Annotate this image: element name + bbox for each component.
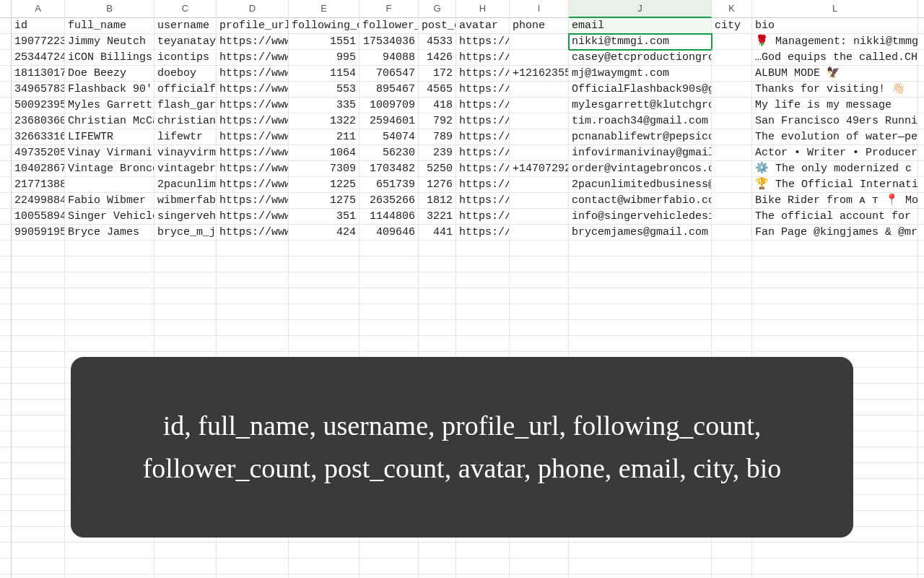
data-cell[interactable] [918, 209, 924, 225]
data-cell[interactable] [918, 336, 924, 352]
data-cell[interactable]: 18113017 [12, 66, 65, 82]
data-cell[interactable] [359, 256, 419, 272]
row-header[interactable] [0, 543, 12, 558]
data-cell[interactable] [510, 225, 569, 241]
data-cell[interactable]: +12162355 [510, 66, 569, 82]
data-cell[interactable] [359, 558, 419, 574]
row-header[interactable] [0, 352, 12, 368]
row-header[interactable] [0, 558, 12, 574]
data-cell[interactable] [65, 272, 154, 288]
data-cell[interactable] [510, 288, 569, 304]
row-header[interactable] [0, 113, 12, 129]
column-header-E[interactable]: E [289, 0, 359, 18]
data-cell[interactable]: lifewtr [154, 129, 217, 145]
data-cell[interactable] [918, 113, 924, 129]
data-cell[interactable] [569, 543, 712, 558]
data-cell[interactable] [712, 50, 752, 66]
data-cell[interactable]: 1426 [419, 50, 456, 66]
column-header-J[interactable]: J [569, 0, 712, 18]
data-cell[interactable] [510, 574, 569, 578]
data-cell[interactable] [510, 50, 569, 66]
data-cell[interactable] [12, 574, 65, 578]
data-cell[interactable] [918, 479, 924, 495]
data-cell[interactable] [569, 320, 712, 336]
data-cell[interactable]: https://www [217, 177, 289, 193]
data-cell[interactable]: info@singervehicledesi [569, 209, 712, 225]
header-cell[interactable] [918, 18, 924, 34]
data-cell[interactable]: 1703482 [359, 161, 419, 177]
data-cell[interactable] [359, 304, 419, 320]
row-header[interactable] [0, 495, 12, 511]
data-cell[interactable] [154, 241, 217, 256]
data-cell[interactable] [419, 256, 456, 272]
header-cell[interactable]: id [12, 18, 65, 34]
data-cell[interactable]: 32663316 [12, 129, 65, 145]
data-cell[interactable] [712, 241, 752, 256]
data-cell[interactable]: Bike Rider from ᴀ ᴛ 📍 Mo [752, 193, 918, 209]
data-cell[interactable] [510, 320, 569, 336]
data-cell[interactable] [510, 113, 569, 129]
data-cell[interactable] [65, 304, 154, 320]
data-cell[interactable] [419, 272, 456, 288]
data-cell[interactable] [289, 304, 359, 320]
data-cell[interactable] [217, 288, 289, 304]
data-cell[interactable] [510, 304, 569, 320]
header-cell[interactable]: email [569, 18, 712, 34]
data-cell[interactable] [289, 336, 359, 352]
data-cell[interactable] [752, 574, 918, 578]
data-cell[interactable] [712, 304, 752, 320]
data-cell[interactable] [712, 320, 752, 336]
data-cell[interactable]: iCON Billings [65, 50, 154, 66]
data-cell[interactable] [569, 241, 712, 256]
data-cell[interactable]: 2594601 [359, 113, 419, 129]
data-cell[interactable]: 1009709 [359, 98, 419, 113]
row-header[interactable] [0, 336, 12, 352]
data-cell[interactable]: https:// [456, 82, 510, 98]
data-cell[interactable] [419, 336, 456, 352]
data-cell[interactable] [918, 384, 924, 400]
data-cell[interactable] [419, 543, 456, 558]
data-cell[interactable] [456, 336, 510, 352]
data-cell[interactable] [510, 209, 569, 225]
data-cell[interactable]: 1225 [289, 177, 359, 193]
data-cell[interactable]: 3221 [419, 209, 456, 225]
data-cell[interactable] [65, 177, 154, 193]
data-cell[interactable] [154, 272, 217, 288]
data-cell[interactable]: San Francisco 49ers Runnin [752, 113, 918, 129]
data-cell[interactable] [12, 527, 65, 543]
data-cell[interactable] [569, 558, 712, 574]
data-cell[interactable]: https:// [456, 129, 510, 145]
data-cell[interactable] [289, 320, 359, 336]
column-header-H[interactable]: H [456, 0, 510, 18]
data-cell[interactable] [510, 558, 569, 574]
data-cell[interactable] [217, 256, 289, 272]
data-cell[interactable]: 4565 [419, 82, 456, 98]
data-cell[interactable] [918, 447, 924, 463]
data-cell[interactable] [510, 193, 569, 209]
header-cell[interactable]: full_name [65, 18, 154, 34]
data-cell[interactable] [510, 34, 569, 50]
data-cell[interactable] [65, 336, 154, 352]
data-cell[interactable] [712, 113, 752, 129]
data-cell[interactable]: 🏆 The Official Internatio [752, 177, 918, 193]
data-cell[interactable] [918, 558, 924, 574]
data-cell[interactable] [456, 272, 510, 288]
row-header[interactable] [0, 479, 12, 495]
data-cell[interactable]: order@vintagebroncos.c [569, 161, 712, 177]
data-cell[interactable]: 1275 [289, 193, 359, 209]
data-cell[interactable]: 1064 [289, 145, 359, 161]
data-cell[interactable] [918, 66, 924, 82]
data-cell[interactable]: ⚙️ The only modernized c [752, 161, 918, 177]
data-cell[interactable] [456, 543, 510, 558]
data-cell[interactable]: …God equips the called.CH [752, 50, 918, 66]
data-cell[interactable] [154, 320, 217, 336]
data-cell[interactable] [419, 241, 456, 256]
data-cell[interactable]: https://www [217, 209, 289, 225]
data-cell[interactable]: https://www [217, 98, 289, 113]
row-header[interactable] [0, 400, 12, 415]
data-cell[interactable] [569, 336, 712, 352]
row-header[interactable] [0, 66, 12, 82]
data-cell[interactable]: 424 [289, 225, 359, 241]
data-cell[interactable] [918, 177, 924, 193]
header-cell[interactable]: bio [752, 18, 918, 34]
